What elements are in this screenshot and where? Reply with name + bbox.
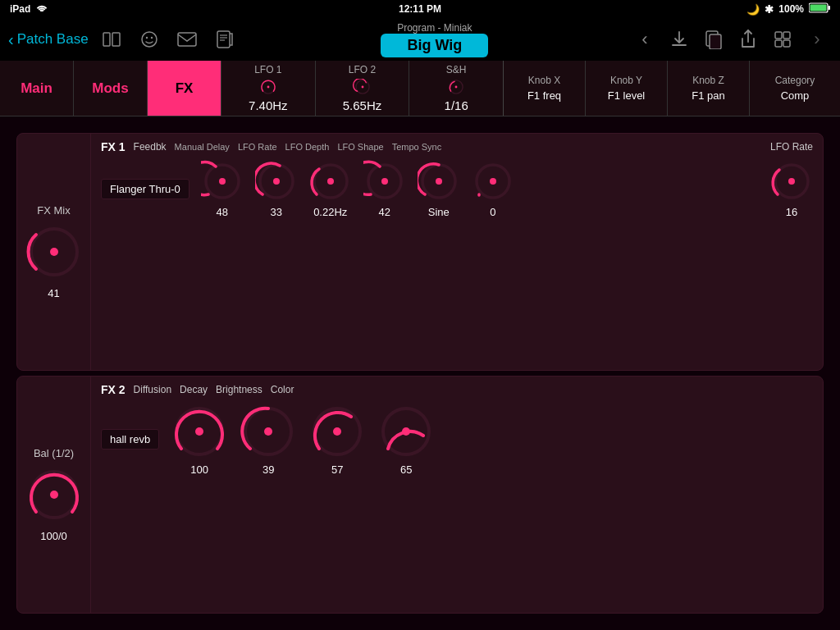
svg-rect-18	[775, 40, 782, 47]
fx2-decay-knob-item: 39	[240, 403, 297, 476]
fx2-decay-label: Decay	[180, 384, 208, 395]
bluetooth-icon: ✱	[765, 3, 774, 16]
svg-point-49	[333, 427, 341, 436]
fx1-lfo-shape-label: LFO Shape	[337, 142, 383, 152]
fx2-brightness-value: 57	[331, 463, 343, 476]
knob-section: Knob X F1 freq Knob Y F1 level Knob Z F1…	[504, 61, 840, 116]
knobx-block[interactable]: Knob X F1 freq	[504, 61, 586, 116]
status-time: 12:11 PM	[399, 3, 441, 15]
fx2-color-knob[interactable]	[377, 403, 435, 460]
fx1-lfo-rate-label: LFO Rate	[238, 142, 277, 152]
lfo1-block[interactable]: LFO 1 7.40Hz	[221, 61, 316, 116]
svg-rect-4	[112, 33, 120, 46]
back-button[interactable]: ‹ Patch Base	[8, 30, 89, 49]
svg-rect-16	[775, 32, 782, 39]
lfo1-dial[interactable]	[251, 79, 285, 95]
nav-right-controls: ‹	[630, 25, 832, 54]
svg-point-6	[145, 37, 147, 39]
notes-icon-btn[interactable]	[210, 25, 240, 54]
lfo1-value: 7.40Hz	[249, 98, 288, 112]
fx2-bal-knob[interactable]	[25, 466, 83, 523]
face-icon-btn[interactable]	[135, 25, 164, 54]
knoby-block[interactable]: Knob Y F1 level	[586, 61, 668, 116]
svg-rect-3	[103, 33, 110, 46]
svg-point-5	[142, 32, 157, 47]
svg-point-31	[273, 178, 280, 185]
envelope-icon-btn[interactable]	[172, 25, 202, 54]
fx1-feedbk-value: 48	[217, 206, 228, 218]
category-block[interactable]: Category Comp	[750, 61, 840, 116]
svg-rect-14	[710, 34, 721, 49]
fx1-manual-delay-knob[interactable]	[255, 160, 298, 203]
nav-center: Program - Miniak Big Wig	[248, 22, 622, 57]
fx1-lfo-depth-label: LFO Depth	[285, 142, 330, 152]
lfo2-block[interactable]: LFO 2 5.65Hz	[316, 61, 410, 116]
ipad-label: iPad	[10, 3, 30, 15]
action-icon-btn[interactable]	[768, 25, 797, 54]
fx1-lfo-rate-right-value: 16	[786, 206, 797, 218]
page-icon-btn[interactable]	[699, 25, 728, 54]
fx1-num-label: FX 1	[101, 140, 126, 153]
sah-dial[interactable]	[439, 79, 473, 95]
status-right: 🌙 ✱ 100%	[746, 2, 830, 16]
fx1-lfo-rate-knob[interactable]	[309, 160, 352, 203]
tab-fx[interactable]: FX	[148, 61, 221, 116]
fx1-lfo-rate-value: 0.22Hz	[313, 206, 347, 218]
lfo2-dial[interactable]	[345, 79, 380, 95]
fx-mix-knob[interactable]	[25, 223, 83, 281]
fx1-lfo-depth-knob[interactable]	[363, 160, 406, 203]
lfo2-label: LFO 2	[349, 64, 376, 75]
svg-point-45	[195, 427, 203, 436]
fx2-panel: Bal (1/2) 100/0 FX 2 Diffusion Decay Bri…	[16, 376, 824, 614]
fx1-manual-delay-knob-item: 33	[255, 160, 298, 218]
fx1-manual-delay-value: 33	[271, 206, 282, 218]
tabs-row: Main Mods FX LFO 1 7.40Hz LFO 2 5.65Hz S…	[0, 61, 840, 116]
share-icon-btn[interactable]	[733, 25, 763, 54]
fx2-color-label: Color	[271, 384, 294, 395]
fx1-tempo-sync-knob[interactable]	[472, 160, 514, 203]
svg-rect-19	[783, 40, 790, 47]
tab-main[interactable]: Main	[0, 61, 74, 116]
svg-rect-1	[829, 6, 831, 10]
next-icon-btn[interactable]: ›	[802, 25, 832, 54]
battery-label: 100%	[778, 3, 804, 15]
library-icon-btn[interactable]	[97, 25, 126, 54]
fx2-type-label[interactable]: hall revb	[101, 429, 159, 450]
knoby-label: Knob Y	[610, 75, 642, 86]
fx2-color-knob-item: 65	[377, 403, 435, 476]
prev-icon-btn[interactable]: ‹	[630, 25, 660, 54]
svg-point-35	[381, 178, 388, 185]
svg-point-27	[50, 248, 58, 256]
svg-rect-8	[178, 33, 196, 46]
main-content: FX Mix 41 FX 1 Feedbk Manual Delay LFO R…	[0, 116, 840, 630]
download-icon-btn[interactable]	[664, 25, 694, 54]
category-label: Category	[775, 75, 815, 86]
svg-point-41	[788, 178, 795, 185]
lfo2-value: 5.65Hz	[343, 98, 382, 112]
fx2-diffusion-value: 100	[190, 463, 208, 476]
lfo-section: LFO 1 7.40Hz LFO 2 5.65Hz S&H	[221, 61, 504, 116]
svg-point-29	[219, 178, 226, 185]
fx1-lfo-rate-right-knob[interactable]	[770, 160, 813, 203]
svg-point-33	[327, 178, 334, 185]
fx2-bal-label: Bal (1/2)	[34, 447, 74, 459]
fx1-manual-delay-label: Manual Delay	[175, 142, 230, 152]
fx1-type-label[interactable]: Flanger Thru-0	[101, 179, 189, 199]
fx1-feedbk-label: Feedbk	[134, 141, 167, 153]
fx1-lfo-rate-right-label: LFO Rate	[770, 141, 813, 153]
fx2-brightness-knob[interactable]	[308, 403, 366, 460]
tab-mods[interactable]: Mods	[74, 61, 148, 116]
fx1-feedbk-knob[interactable]	[201, 160, 244, 203]
fx2-decay-knob[interactable]	[240, 403, 297, 460]
fx2-diffusion-label: Diffusion	[134, 384, 171, 395]
svg-rect-2	[810, 5, 827, 11]
knobz-block[interactable]: Knob Z F1 pan	[668, 61, 750, 116]
svg-point-39	[490, 178, 496, 185]
fx1-lfo-shape-knob[interactable]	[418, 160, 460, 203]
nav-bar: ‹ Patch Base Program - Miniak	[0, 18, 840, 61]
status-left: iPad	[10, 3, 48, 16]
sah-block[interactable]: S&H 1/16	[409, 61, 503, 116]
patch-name: Big Wig	[381, 34, 488, 57]
svg-point-43	[50, 491, 58, 499]
fx2-diffusion-knob[interactable]	[171, 403, 228, 460]
